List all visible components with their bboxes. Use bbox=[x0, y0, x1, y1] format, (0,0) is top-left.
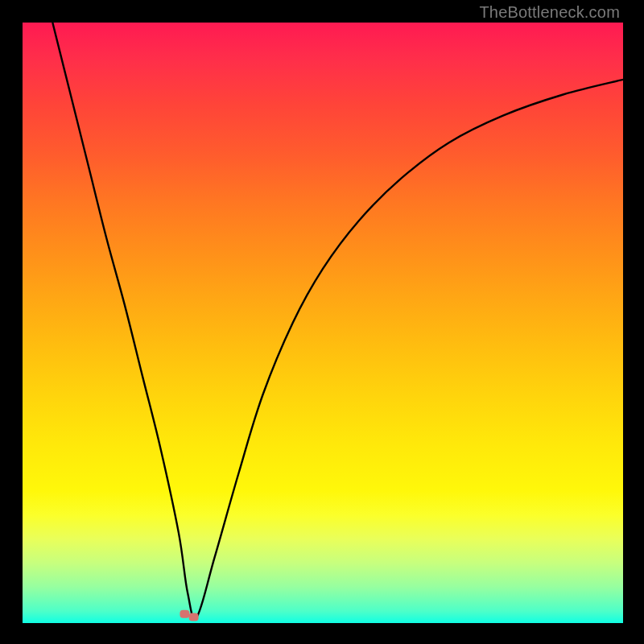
watermark-text: TheBottleneck.com bbox=[479, 3, 620, 22]
bottleneck-curve bbox=[52, 23, 623, 618]
chart-container: TheBottleneck.com bbox=[0, 0, 644, 644]
curve-svg bbox=[23, 23, 623, 623]
minimum-marker bbox=[189, 613, 199, 621]
plot-area bbox=[23, 23, 623, 623]
markers-group bbox=[180, 610, 198, 621]
minimum-marker bbox=[180, 610, 189, 618]
